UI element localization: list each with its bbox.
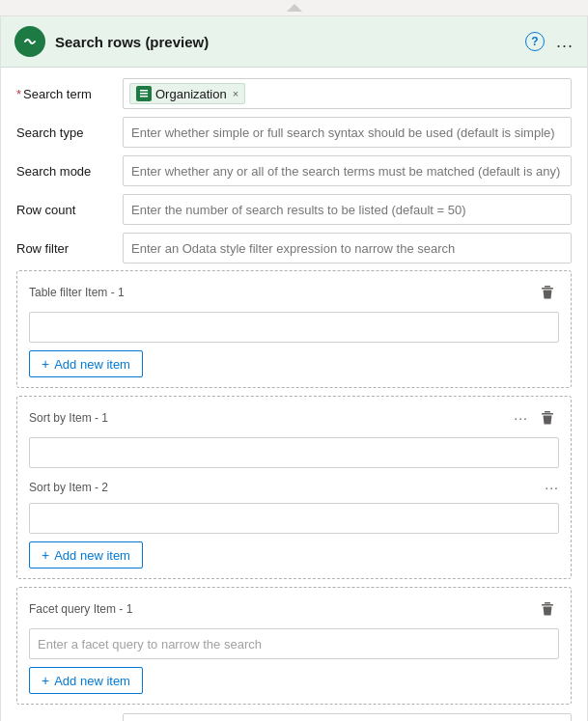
svg-rect-6 xyxy=(545,411,550,413)
svg-rect-8 xyxy=(545,602,550,604)
search-type-input[interactable] xyxy=(123,117,572,148)
row-filter-row: Row filter xyxy=(16,232,572,264)
row-filter-input[interactable] xyxy=(123,233,572,263)
more-options-icon[interactable]: ... xyxy=(556,32,574,52)
search-rows-panel: Search rows (preview) ? ... *Search term xyxy=(0,15,588,721)
sort-item2-header: Sort by Item - 2 ··· xyxy=(29,480,559,495)
table-filter-add-button[interactable]: + Add new item xyxy=(29,350,143,377)
facet-query-label: Facet query Item - 1 xyxy=(29,602,132,616)
top-arrow-indicator xyxy=(0,0,588,15)
search-term-field[interactable]: Organization × xyxy=(123,78,572,109)
facet-query-add-button[interactable]: + Add new item xyxy=(29,667,143,694)
row-count-label: Row count xyxy=(16,203,123,217)
panel-header: Search rows (preview) ? ... xyxy=(1,16,587,68)
sort-item1-delete-icon[interactable] xyxy=(536,406,559,430)
plus-icon: + xyxy=(42,356,49,372)
sort-item2-input[interactable]: name asc xyxy=(29,503,559,534)
form-body: *Search term Organization × xyxy=(1,68,587,721)
row-filter-label: Row filter xyxy=(16,241,123,256)
svg-rect-2 xyxy=(140,93,148,95)
row-count-input[interactable] xyxy=(123,194,572,225)
plus-icon: + xyxy=(42,673,49,688)
sort-item2-actions: ··· xyxy=(545,480,559,495)
search-term-row: *Search term Organization × xyxy=(16,77,572,110)
panel-title: Search rows (preview) xyxy=(55,34,516,50)
table-filter-input[interactable]: account xyxy=(29,312,559,343)
sort-item1-input[interactable]: @search.score desc xyxy=(29,437,559,468)
search-type-label: Search type xyxy=(16,125,123,140)
sort-item1-label: Sort by Item - 1 xyxy=(29,411,108,425)
help-icon[interactable]: ? xyxy=(525,32,545,51)
table-filter-section: Table filter Item - 1 account + Add new … xyxy=(16,270,572,388)
app-logo xyxy=(14,26,45,57)
table-filter-label: Table filter Item - 1 xyxy=(29,286,125,299)
search-mode-row: Search mode xyxy=(16,154,572,187)
sort-add-button[interactable]: + Add new item xyxy=(29,541,143,568)
sort-by-section: Sort by Item - 1 ··· @search.score desc … xyxy=(16,396,572,579)
facet-query-actions xyxy=(536,597,559,621)
facet-query-section: Facet query Item - 1 + Add new item xyxy=(16,587,572,705)
svg-rect-3 xyxy=(140,96,148,97)
sort-item1-header: Sort by Item - 1 ··· xyxy=(29,406,559,430)
svg-rect-7 xyxy=(542,413,553,415)
sort-item1-actions: ··· xyxy=(514,406,559,430)
tag-close-icon[interactable]: × xyxy=(233,88,238,99)
sort-item1-more-icon[interactable]: ··· xyxy=(514,410,528,426)
table-filter-header: Table filter Item - 1 xyxy=(29,281,559,304)
table-filter-delete-icon[interactable] xyxy=(536,281,559,304)
svg-rect-5 xyxy=(542,288,553,290)
row-count-row: Row count xyxy=(16,193,572,226)
search-type-row: Search type xyxy=(16,116,572,149)
table-icon xyxy=(136,86,152,101)
facet-query-input[interactable] xyxy=(29,628,559,659)
svg-rect-1 xyxy=(140,90,148,92)
header-action-icons: ? ... xyxy=(525,32,574,52)
search-mode-label: Search mode xyxy=(16,164,123,179)
search-mode-input[interactable] xyxy=(123,155,572,186)
svg-rect-9 xyxy=(542,604,553,606)
table-filter-actions xyxy=(536,281,559,304)
plus-icon: + xyxy=(42,547,49,563)
skip-rows-input[interactable] xyxy=(123,713,572,721)
facet-query-header: Facet query Item - 1 xyxy=(29,597,559,621)
svg-rect-4 xyxy=(545,286,550,288)
skip-rows-row: Skip rows xyxy=(16,712,572,721)
search-term-label: *Search term xyxy=(16,87,123,101)
organization-tag: Organization × xyxy=(129,83,245,104)
sort-item2-label: Sort by Item - 2 xyxy=(29,481,108,494)
sort-item2-more-icon[interactable]: ··· xyxy=(545,480,559,495)
facet-query-delete-icon[interactable] xyxy=(536,597,559,621)
